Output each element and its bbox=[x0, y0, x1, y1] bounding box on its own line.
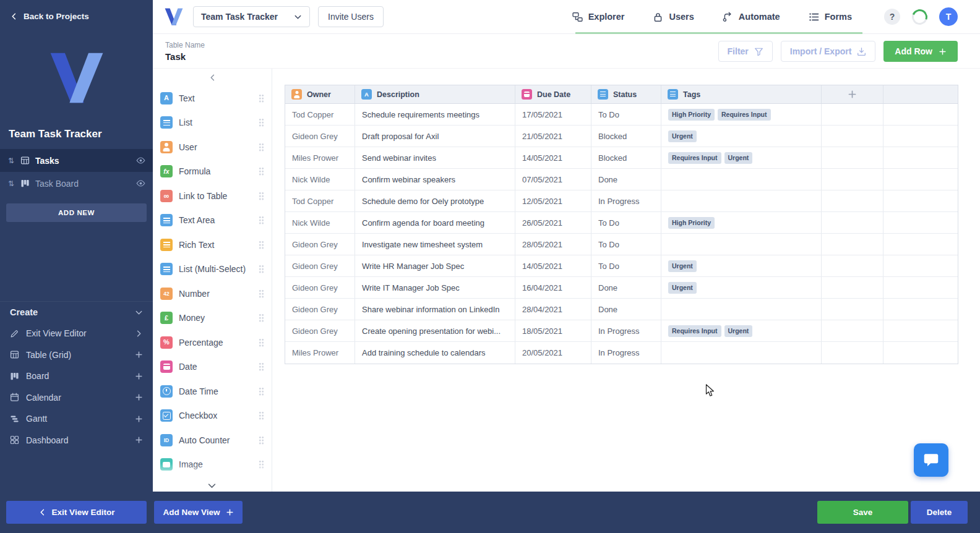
cell-status[interactable]: To Do bbox=[591, 255, 661, 276]
cell-due-date[interactable]: 12/05/2021 bbox=[515, 190, 591, 211]
drag-handle-icon[interactable] bbox=[259, 118, 264, 127]
plus-icon[interactable] bbox=[135, 393, 143, 401]
reorder-handle-icon[interactable]: ⇅ bbox=[7, 179, 15, 188]
cell-owner[interactable]: Gideon Grey bbox=[285, 277, 355, 298]
cell-owner[interactable]: Nick Wilde bbox=[285, 212, 355, 233]
tag-pill[interactable]: Urgent bbox=[724, 325, 753, 337]
cell-description[interactable]: Write HR Manager Job Spec bbox=[355, 255, 515, 276]
cell-tags[interactable]: Urgent bbox=[661, 277, 822, 298]
field-type-money[interactable]: £ Money bbox=[153, 306, 272, 331]
drag-handle-icon[interactable] bbox=[259, 167, 264, 176]
cell-add-column[interactable] bbox=[822, 299, 883, 320]
cell-owner[interactable]: Tod Copper bbox=[285, 104, 355, 125]
cell-status[interactable]: In Progress bbox=[591, 320, 661, 341]
delete-button[interactable]: Delete bbox=[911, 501, 968, 524]
chat-widget-button[interactable] bbox=[914, 443, 948, 477]
cell-extra[interactable] bbox=[883, 255, 958, 276]
field-type-rich-text[interactable]: Rich Text bbox=[153, 232, 272, 257]
sidebar-view-tasks[interactable]: ⇅ Tasks bbox=[0, 149, 153, 172]
nav-item-explorer[interactable]: Explorer bbox=[572, 12, 625, 22]
cell-status[interactable]: To Do bbox=[591, 104, 661, 125]
column-header-tags[interactable]: Tags bbox=[661, 85, 822, 103]
cell-add-column[interactable] bbox=[822, 126, 883, 147]
cell-due-date[interactable]: 07/05/2021 bbox=[515, 169, 591, 190]
drag-handle-icon[interactable] bbox=[259, 241, 264, 249]
back-to-projects-button[interactable]: Back to Projects bbox=[0, 0, 153, 33]
tag-pill[interactable]: Requires Input bbox=[668, 325, 721, 337]
cell-owner[interactable]: Gideon Grey bbox=[285, 320, 355, 341]
cell-owner[interactable]: Gideon Grey bbox=[285, 255, 355, 276]
cell-due-date[interactable]: 16/04/2021 bbox=[515, 277, 591, 298]
cell-add-column[interactable] bbox=[822, 147, 883, 168]
cell-tags[interactable] bbox=[661, 299, 822, 320]
cell-add-column[interactable] bbox=[822, 320, 883, 341]
field-type-number[interactable]: 42 Number bbox=[153, 281, 272, 306]
cell-due-date[interactable]: 17/05/2021 bbox=[515, 104, 591, 125]
cell-due-date[interactable]: 18/05/2021 bbox=[515, 320, 591, 341]
scroll-more-fields-button[interactable] bbox=[153, 481, 271, 490]
workspace-dropdown[interactable]: Team Task Tracker bbox=[193, 6, 310, 27]
plus-icon[interactable] bbox=[135, 351, 143, 359]
drag-handle-icon[interactable] bbox=[259, 289, 264, 298]
drag-handle-icon[interactable] bbox=[259, 387, 264, 396]
create-item-table-grid[interactable]: Table (Grid) bbox=[0, 344, 153, 366]
create-item-calendar[interactable]: Calendar bbox=[0, 387, 153, 409]
cell-description[interactable]: Write IT Manager Job Spec bbox=[355, 277, 515, 298]
nav-item-forms[interactable]: Forms bbox=[809, 12, 852, 22]
cell-status[interactable]: To Do bbox=[591, 212, 661, 233]
tag-pill[interactable]: Requires Input bbox=[668, 152, 721, 164]
cell-due-date[interactable]: 20/05/2021 bbox=[515, 342, 591, 364]
cell-tags[interactable]: High Priority bbox=[661, 212, 822, 233]
add-new-button[interactable]: ADD NEW bbox=[6, 203, 147, 222]
field-type-list-multi-select[interactable]: List (Multi-Select) bbox=[153, 257, 272, 282]
field-type-date-time[interactable]: Date Time bbox=[153, 379, 272, 404]
cell-due-date[interactable]: 14/05/2021 bbox=[515, 147, 591, 168]
cell-tags[interactable]: Urgent bbox=[661, 126, 822, 147]
cell-tags[interactable] bbox=[661, 190, 822, 211]
column-header-description[interactable]: A Description bbox=[355, 85, 515, 103]
cell-description[interactable]: Investigate new timesheet system bbox=[355, 234, 515, 255]
chevron-right-icon[interactable] bbox=[135, 330, 143, 338]
plus-icon[interactable] bbox=[135, 372, 143, 380]
cell-due-date[interactable]: 21/05/2021 bbox=[515, 126, 591, 147]
exit-view-editor-button[interactable]: Exit View Editor bbox=[6, 501, 147, 524]
tag-pill[interactable]: Urgent bbox=[668, 282, 697, 294]
cell-description[interactable]: Share webinar information on LinkedIn bbox=[355, 299, 515, 320]
nav-item-automate[interactable]: Automate bbox=[723, 12, 780, 22]
cell-status[interactable]: Done bbox=[591, 169, 661, 190]
cell-add-column[interactable] bbox=[822, 277, 883, 298]
cell-status[interactable]: Blocked bbox=[591, 147, 661, 168]
cell-tags[interactable] bbox=[661, 234, 822, 255]
eye-icon[interactable] bbox=[136, 179, 145, 188]
cell-owner[interactable]: Tod Copper bbox=[285, 190, 355, 211]
tag-pill[interactable]: Urgent bbox=[724, 152, 753, 164]
cell-due-date[interactable]: 14/05/2021 bbox=[515, 255, 591, 276]
invite-users-button[interactable]: Invite Users bbox=[318, 6, 384, 27]
add-column-header[interactable] bbox=[822, 85, 883, 103]
cell-tags[interactable]: High PriorityRequires Input bbox=[661, 104, 822, 125]
drag-handle-icon[interactable] bbox=[259, 436, 264, 445]
cell-description[interactable]: Send webinar invites bbox=[355, 147, 515, 168]
cell-add-column[interactable] bbox=[822, 190, 883, 211]
filter-button[interactable]: Filter bbox=[718, 41, 773, 62]
cell-extra[interactable] bbox=[883, 234, 958, 255]
user-avatar[interactable]: T bbox=[939, 7, 958, 26]
field-type-user[interactable]: User bbox=[153, 135, 272, 160]
tag-pill[interactable]: Urgent bbox=[668, 130, 697, 142]
cell-extra[interactable] bbox=[883, 190, 958, 211]
cell-owner[interactable]: Gideon Grey bbox=[285, 299, 355, 320]
plus-icon[interactable] bbox=[135, 436, 143, 444]
cell-tags[interactable]: Requires InputUrgent bbox=[661, 320, 822, 341]
cell-status[interactable]: To Do bbox=[591, 234, 661, 255]
field-type-auto-counter[interactable]: ID Auto Counter bbox=[153, 428, 272, 453]
cell-owner[interactable]: Gideon Grey bbox=[285, 126, 355, 147]
cell-extra[interactable] bbox=[883, 212, 958, 233]
cell-due-date[interactable]: 26/05/2021 bbox=[515, 212, 591, 233]
create-item-gantt[interactable]: Gantt bbox=[0, 408, 153, 430]
drag-handle-icon[interactable] bbox=[259, 338, 264, 347]
cell-due-date[interactable]: 28/04/2021 bbox=[515, 299, 591, 320]
cell-add-column[interactable] bbox=[822, 104, 883, 125]
create-section-header[interactable]: Create bbox=[0, 302, 153, 323]
cell-extra[interactable] bbox=[883, 104, 958, 125]
drag-handle-icon[interactable] bbox=[259, 313, 264, 322]
